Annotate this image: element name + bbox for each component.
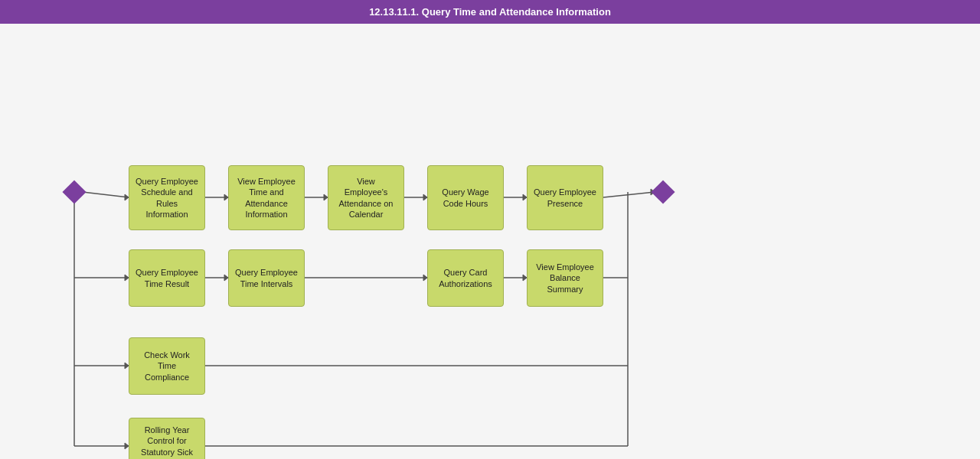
node-view-balance-summary[interactable]: View Employee Balance Summary <box>527 249 603 307</box>
svg-line-10 <box>603 192 655 197</box>
end-diamond <box>651 180 675 203</box>
node-view-time-attendance[interactable]: View Employee Time and Attendance Inform… <box>228 165 305 230</box>
node-view-attendance-calendar[interactable]: View Employee's Attendance on Calendar <box>328 165 404 230</box>
node-query-wage-code[interactable]: Query Wage Code Hours <box>427 165 504 230</box>
svg-line-0 <box>83 192 129 197</box>
node-query-card-auth[interactable]: Query Card Authorizations <box>427 249 504 307</box>
canvas: Query Employee Schedule and Rules Inform… <box>0 24 980 459</box>
node-query-employee-presence[interactable]: Query Employee Presence <box>527 165 603 230</box>
start-diamond <box>62 180 86 203</box>
title-bar: 12.13.11.1. Query Time and Attendance In… <box>0 0 980 24</box>
node-rolling-year[interactable]: Rolling Year Control for Statutory Sick … <box>129 418 205 459</box>
node-check-work-time[interactable]: Check Work Time Compliance <box>129 337 205 395</box>
page-title: 12.13.11.1. Query Time and Attendance In… <box>369 6 611 18</box>
node-query-schedule[interactable]: Query Employee Schedule and Rules Inform… <box>129 165 205 230</box>
node-query-time-result[interactable]: Query Employee Time Result <box>129 249 205 307</box>
node-query-time-intervals[interactable]: Query Employee Time Intervals <box>228 249 305 307</box>
